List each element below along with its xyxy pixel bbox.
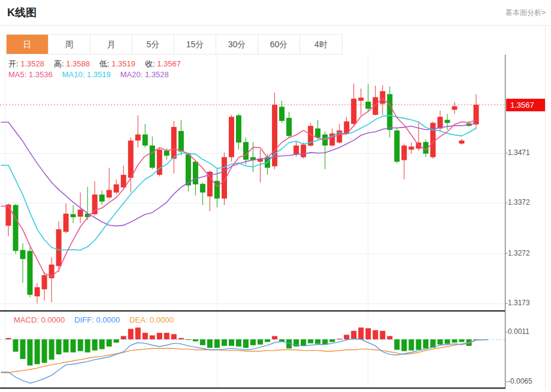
- ma-legend: MA5: 1.3536MA10: 1.3519MA20: 1.3528: [8, 70, 178, 79]
- tab-5min[interactable]: 5分: [132, 35, 174, 54]
- macd-legend: MACD: 0.0000DIFF: 0.0000DEA: 0.0000: [14, 315, 183, 324]
- current-price-badge: 1.3567: [506, 99, 546, 111]
- legend-item-low: 低: 1.3519: [99, 59, 135, 68]
- kline-widget: K线图 基本面分析> 日周月5分15分30分60分4时 开: 1.3528高: …: [0, 0, 551, 392]
- legend-item-close: 收: 1.3567: [145, 59, 181, 68]
- tab-15min[interactable]: 15分: [174, 35, 216, 54]
- macd-axis-label: 0.0011: [508, 327, 529, 336]
- tab-60min[interactable]: 60分: [258, 35, 300, 54]
- price-axis-label: 1.3471: [508, 148, 530, 157]
- legend-item-open: 开: 1.3528: [8, 59, 44, 68]
- tab-week[interactable]: 周: [49, 35, 90, 54]
- legend-item-dea: DEA: 0.0000: [129, 315, 174, 324]
- legend-item-ma10: MA10: 1.3519: [62, 70, 111, 79]
- tab-month[interactable]: 月: [90, 35, 132, 54]
- price-axis-label: 1.3272: [508, 249, 530, 257]
- tab-4hour[interactable]: 4时: [300, 35, 342, 54]
- tab-day[interactable]: 日: [7, 35, 49, 54]
- legend-item-macd: MACD: 0.0000: [14, 315, 65, 324]
- period-tabs: 日周月5分15分30分60分4时: [6, 34, 343, 54]
- price-axis-label: 1.3173: [508, 299, 530, 307]
- tab-30min[interactable]: 30分: [216, 35, 258, 54]
- legend-item-high: 高: 1.3588: [54, 59, 90, 68]
- legend-item-diff: DIFF: 0.0000: [74, 315, 120, 324]
- price-axis-label: 1.3372: [508, 198, 530, 206]
- ohlc-legend: 开: 1.3528高: 1.3588低: 1.3519收: 1.3567: [8, 59, 190, 69]
- macd-axis-label: -0.0065: [508, 377, 532, 385]
- legend-item-ma20: MA20: 1.3528: [120, 70, 169, 79]
- legend-item-ma5: MA5: 1.3536: [8, 70, 53, 79]
- panel-right-border: [545, 25, 546, 389]
